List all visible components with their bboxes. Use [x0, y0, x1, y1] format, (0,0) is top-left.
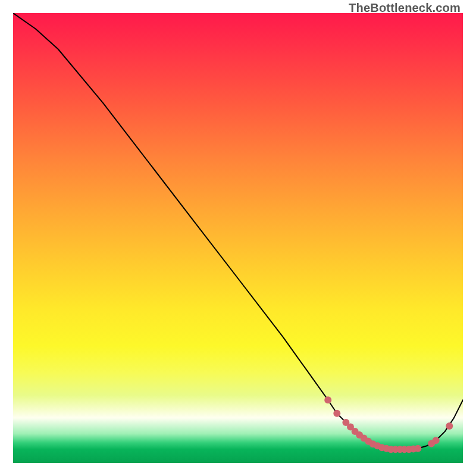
curve-marker [414, 445, 421, 452]
watermark-text: TheBottleneck.com [349, 1, 461, 15]
frame-left [0, 0, 13, 476]
curve-marker [433, 437, 440, 444]
frame-bottom [0, 463, 476, 476]
bottleneck-curve [13, 13, 463, 449]
curve-marker [446, 422, 453, 430]
curve-layer [13, 13, 463, 463]
plot-area [13, 13, 463, 463]
curve-markers [324, 396, 453, 453]
curve-marker [333, 410, 340, 417]
frame-right [463, 0, 476, 476]
curve-marker [324, 396, 331, 403]
chart-container: TheBottleneck.com [0, 0, 476, 476]
